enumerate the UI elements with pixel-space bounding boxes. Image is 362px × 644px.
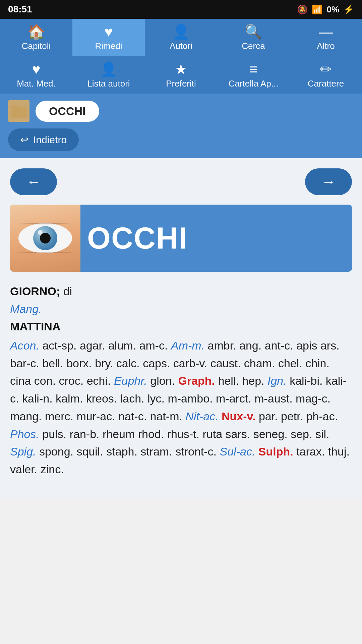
nav-carattere-label: Carattere [308,78,344,89]
giorno-line: GIORNO; di [10,282,352,300]
nav-preferiti-label: Preferiti [166,78,196,89]
nav-cartella-label: Cartella Ap... [229,78,279,89]
acon-link[interactable]: Acon. [10,339,39,352]
header-card: OCCHI [10,205,352,272]
section-title: OCCHI [80,221,188,256]
nav-lista-autori-label: Lista autori [87,78,130,89]
mang-link[interactable]: Mang. [10,303,42,315]
ign-link[interactable]: Ign. [267,374,287,387]
nav-cartella[interactable]: ≡ Cartella Ap... [217,56,290,94]
back-bar: ↩ Indietro [0,125,362,158]
mattina-heading: MATTINA [10,320,60,333]
phos-link[interactable]: Phos. [10,428,39,440]
nav-carattere[interactable]: ✏ Carattere [290,56,362,94]
text-4: hell. hep. [218,374,267,387]
nav-bottom: ♥ Mat. Med. 👤 Lista autori ★ Preferiti ≡… [0,56,362,94]
text-3: glon. [150,374,178,387]
graph-link[interactable]: Graph. [178,374,215,387]
text-7: par. petr. ph-ac. [259,410,338,423]
nav-autori[interactable]: 👤 Autori [145,19,217,56]
folder-svg [11,104,27,118]
person2-icon: 👤 [100,62,117,76]
back-arrow-icon: ↩ [20,134,28,146]
heart-outline-icon: ♥ [32,62,41,76]
amm-link[interactable]: Am-m. [171,339,204,352]
folder-bar: OCCHI [0,94,362,125]
status-bar: 08:51 🔕 📶 0% ⚡ [0,0,362,19]
folder-icon [8,100,29,122]
mattina-text: Acon. act-sp. agar. alum. am-c. Am-m. am… [10,337,352,478]
back-label: Indietro [33,134,67,146]
nav-lista-autori[interactable]: 👤 Lista autori [72,56,145,94]
notification-icon: 🔕 [297,4,308,15]
next-button[interactable]: → [305,168,352,195]
occhi-chip[interactable]: OCCHI [36,101,99,122]
minus-icon: — [319,25,333,39]
list-icon: ≡ [249,62,258,76]
nav-mat-med-label: Mat. Med. [17,78,56,89]
battery-icon: ⚡ [343,4,354,15]
sulac-link[interactable]: Sul-ac. [220,445,255,458]
nav-top: 🏠 Capitoli ♥ Rimedi 👤 Autori 🔍 Cerca — A… [0,19,362,56]
content-area: ← → OCCHI [0,158,362,498]
status-time: 08:51 [8,4,32,15]
giorno-di: di [60,285,72,298]
euphr-link[interactable]: Euphr. [114,374,147,387]
back-button[interactable]: ↩ Indietro [8,128,79,151]
text-1: act-sp. agar. alum. am-c. [42,339,171,352]
prev-button[interactable]: ← [10,168,57,195]
home-icon: 🏠 [27,25,45,39]
nav-capitoli-label: Capitoli [22,41,51,51]
spig-link[interactable]: Spig. [10,445,36,458]
person-icon: 👤 [172,25,190,39]
eye-image [10,205,80,272]
nav-mat-med[interactable]: ♥ Mat. Med. [0,56,72,94]
remedy-text: GIORNO; di Mang. MATTINA Acon. act-sp. a… [10,282,352,478]
pencil-icon: ✏ [320,62,332,76]
status-right: 🔕 📶 0% ⚡ [297,4,354,15]
nav-autori-label: Autori [170,41,192,51]
giorno-heading: GIORNO; [10,285,60,298]
mang-line: Mang. [10,300,352,318]
nav-altro[interactable]: — Altro [290,19,362,56]
nav-cerca[interactable]: 🔍 Cerca [217,19,290,56]
nav-capitoli[interactable]: 🏠 Capitoli [0,19,72,56]
nitac-link[interactable]: Nit-ac. [185,410,218,423]
text-9: spong. squil. staph. stram. stront-c. [39,445,220,458]
star-icon: ★ [175,62,187,76]
nuxv-link[interactable]: Nux-v. [222,410,255,423]
battery-text: 0% [326,4,339,15]
nav-rimedi[interactable]: ♥ Rimedi [72,19,145,56]
heart-icon: ♥ [105,25,113,39]
nav-altro-label: Altro [317,41,335,51]
left-arrow-icon: ← [26,174,41,190]
sulph-link[interactable]: Sulph. [258,445,293,458]
nav-rimedi-label: Rimedi [95,41,122,51]
mattina-heading-line: MATTINA [10,318,352,335]
text-8: puls. ran-b. rheum rhod. rhus-t. ruta sa… [42,428,329,440]
nav-cerca-label: Cerca [242,41,265,51]
wifi-icon: 📶 [312,4,322,15]
nav-arrows: ← → [10,168,352,195]
right-arrow-icon: → [321,174,336,190]
nav-preferiti[interactable]: ★ Preferiti [145,56,217,94]
search-icon: 🔍 [245,25,262,39]
